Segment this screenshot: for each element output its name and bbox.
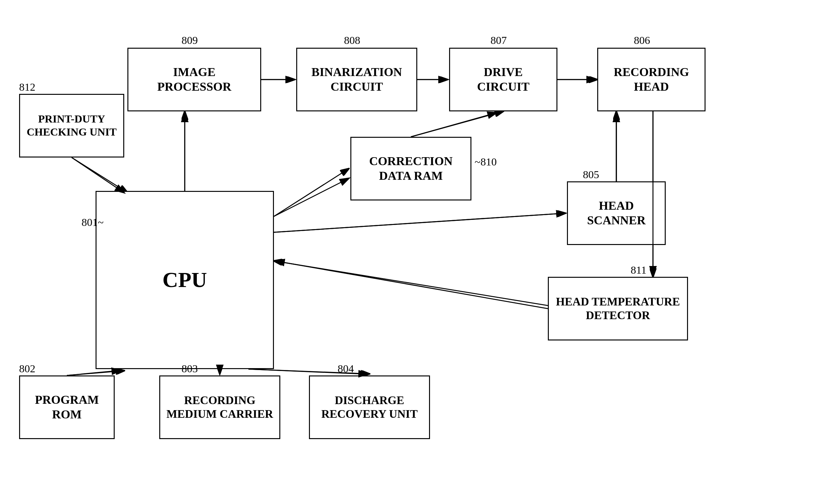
diagram: IMAGE PROCESSOR 809 BINARIZATION CIRCUIT…: [0, 0, 817, 504]
svg-line-25: [274, 213, 566, 232]
drive-circuit-label: DRIVE CIRCUIT: [477, 65, 530, 94]
label-801: 801~: [81, 216, 103, 228]
rec-medium-block: RECORDING MEDIUM CARRIER: [159, 375, 280, 439]
label-807: 807: [490, 34, 507, 46]
head-temp-block: HEAD TEMPERATURE DETECTOR: [548, 277, 688, 340]
label-809: 809: [181, 34, 198, 46]
recording-head-label: RECORDING HEAD: [614, 65, 689, 94]
svg-line-10: [274, 261, 567, 309]
svg-line-9: [274, 213, 565, 232]
rec-medium-label: RECORDING MEDIUM CARRIER: [166, 394, 273, 421]
svg-line-8: [274, 169, 349, 216]
correction-data-label: CORRECTION DATA RAM: [369, 154, 453, 183]
svg-line-30: [67, 370, 121, 375]
binarization-label: BINARIZATION CIRCUIT: [312, 65, 402, 94]
image-processor-label: IMAGE PROCESSOR: [157, 65, 231, 94]
discharge-label: DISCHARGE RECOVERY UNIT: [321, 394, 418, 421]
svg-line-26: [275, 261, 548, 309]
program-rom-block: PROGRAM ROM: [19, 375, 115, 439]
image-processor-block: IMAGE PROCESSOR: [127, 48, 261, 111]
head-scanner-block: HEAD SCANNER: [567, 181, 666, 245]
label-802: 802: [19, 363, 35, 375]
svg-line-6: [411, 111, 503, 137]
svg-line-27: [72, 157, 124, 193]
recording-head-block: RECORDING HEAD: [597, 48, 706, 111]
label-803: 803: [181, 363, 198, 375]
label-810: ~810: [475, 156, 496, 168]
label-806: 806: [634, 34, 650, 46]
binarization-block: BINARIZATION CIRCUIT: [296, 48, 417, 111]
correction-data-block: CORRECTION DATA RAM: [350, 137, 471, 200]
head-temp-label: HEAD TEMPERATURE DETECTOR: [556, 295, 680, 322]
svg-line-13: [67, 371, 124, 375]
label-805: 805: [583, 169, 599, 181]
svg-line-14: [72, 157, 127, 193]
cpu-block: CPU: [95, 191, 274, 369]
cpu-label: CPU: [162, 267, 207, 293]
print-duty-label: PRINT-DUTY CHECKING UNIT: [27, 113, 116, 139]
label-808: 808: [344, 34, 360, 46]
print-duty-block: PRINT-DUTY CHECKING UNIT: [19, 94, 124, 157]
head-scanner-label: HEAD SCANNER: [587, 199, 646, 227]
label-811: 811: [631, 264, 647, 276]
label-804: 804: [338, 363, 354, 375]
program-rom-label: PROGRAM ROM: [35, 393, 99, 422]
label-812: 812: [19, 81, 35, 93]
discharge-block: DISCHARGE RECOVERY UNIT: [309, 375, 430, 439]
drive-circuit-block: DRIVE CIRCUIT: [449, 48, 557, 111]
svg-line-22: [411, 113, 497, 137]
svg-line-24: [274, 178, 349, 216]
